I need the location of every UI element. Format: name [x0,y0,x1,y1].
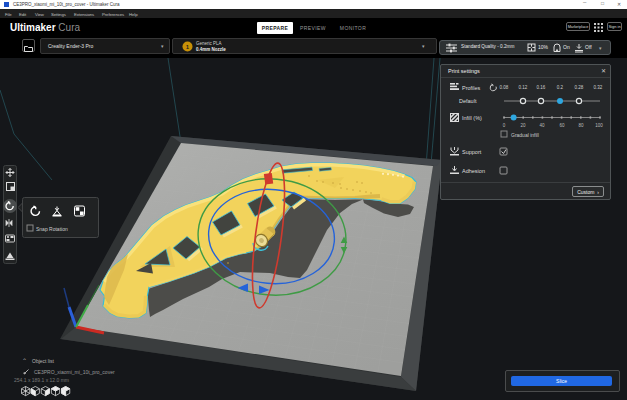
svg-text:100: 100 [595,123,603,128]
svg-text:40: 40 [539,123,545,128]
svg-text:0.16: 0.16 [537,85,546,90]
svg-text:80: 80 [578,123,584,128]
svg-text:20: 20 [520,123,526,128]
svg-text:0.2: 0.2 [557,85,564,90]
svg-text:Gradual infill: Gradual infill [511,132,539,138]
svg-text:0.28: 0.28 [575,85,584,90]
svg-text:Support: Support [462,149,482,155]
svg-text:Snap Rotation: Snap Rotation [36,226,68,232]
svg-text:0.12: 0.12 [519,85,528,90]
svg-text:Profiles: Profiles [462,85,481,91]
svg-text:Default: Default [459,98,477,104]
svg-text:60: 60 [559,123,565,128]
svg-text:Adhesion: Adhesion [462,168,485,174]
svg-text:0.08: 0.08 [500,85,509,90]
svg-text:0: 0 [503,123,506,128]
svg-text:Infill (%): Infill (%) [462,115,482,121]
svg-text:0.32: 0.32 [594,85,603,90]
